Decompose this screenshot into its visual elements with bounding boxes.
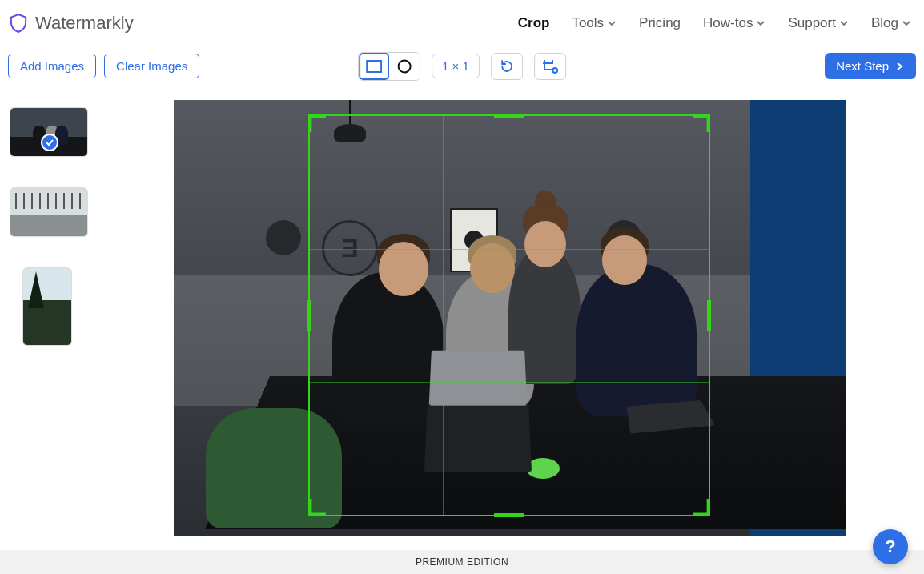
selected-check-icon <box>41 134 58 151</box>
nav-crop[interactable]: Crop <box>518 15 550 31</box>
nav-pricing[interactable]: Pricing <box>639 15 681 31</box>
rotate-button[interactable] <box>491 53 523 80</box>
aspect-ratio-button[interactable]: 1 × 1 <box>432 54 480 78</box>
chevron-down-icon <box>607 18 617 28</box>
thumbnail-item[interactable] <box>10 107 88 157</box>
crop-toolbar: Add Images Clear Images 1 × 1 Next Step <box>0 46 924 86</box>
nav-support[interactable]: Support <box>788 15 849 31</box>
circle-icon <box>397 59 412 74</box>
chevron-down-icon <box>902 18 911 28</box>
crop-shape-group <box>358 52 420 81</box>
edition-label: PREMIUM EDITION <box>416 556 508 568</box>
workspace: E <box>0 86 924 550</box>
footer-bar: PREMIUM EDITION <box>0 550 924 574</box>
crop-shape-circle-button[interactable] <box>389 53 420 80</box>
add-images-button[interactable]: Add Images <box>8 54 96 78</box>
crop-add-icon <box>541 58 559 74</box>
brand-name: Watermarkly <box>35 13 134 34</box>
chevron-down-icon <box>839 18 849 28</box>
crop-handle-right[interactable] <box>707 300 711 331</box>
crop-handle-bottom-left[interactable] <box>308 499 326 516</box>
chevron-down-icon <box>756 18 765 28</box>
help-icon: ? <box>885 536 895 557</box>
shield-logo-icon <box>10 14 27 33</box>
svg-rect-0 <box>367 61 381 72</box>
image-canvas[interactable]: E <box>174 100 846 536</box>
canvas-area: E <box>112 86 924 550</box>
clear-images-button[interactable]: Clear Images <box>104 54 199 78</box>
svg-point-1 <box>399 60 411 72</box>
crop-shape-rectangle-button[interactable] <box>359 53 389 80</box>
thumbnail-sidebar <box>0 86 112 550</box>
thumbnail-item[interactable] <box>10 187 88 237</box>
help-button[interactable]: ? <box>873 529 908 564</box>
thumbnail-item[interactable] <box>22 267 72 346</box>
add-preset-button[interactable] <box>534 53 566 80</box>
crop-handle-top-left[interactable] <box>308 114 326 132</box>
main-nav: Crop Tools Pricing How-tos Support Blog <box>518 15 911 31</box>
nav-howtos[interactable]: How-tos <box>703 15 765 31</box>
next-step-button[interactable]: Next Step <box>825 53 916 79</box>
crop-handle-left[interactable] <box>307 300 311 331</box>
crop-selection[interactable] <box>308 114 710 516</box>
nav-tools[interactable]: Tools <box>572 15 617 31</box>
rectangle-icon <box>366 60 382 73</box>
nav-blog[interactable]: Blog <box>871 15 911 31</box>
chevron-right-icon <box>894 61 905 72</box>
crop-handle-bottom-right[interactable] <box>693 499 710 516</box>
brand[interactable]: Watermarkly <box>10 13 134 34</box>
crop-handle-top[interactable] <box>494 114 524 118</box>
app-header: Watermarkly Crop Tools Pricing How-tos S… <box>0 0 924 46</box>
rotate-icon <box>499 58 515 74</box>
crop-handle-bottom[interactable] <box>494 513 524 517</box>
crop-handle-top-right[interactable] <box>693 114 710 132</box>
